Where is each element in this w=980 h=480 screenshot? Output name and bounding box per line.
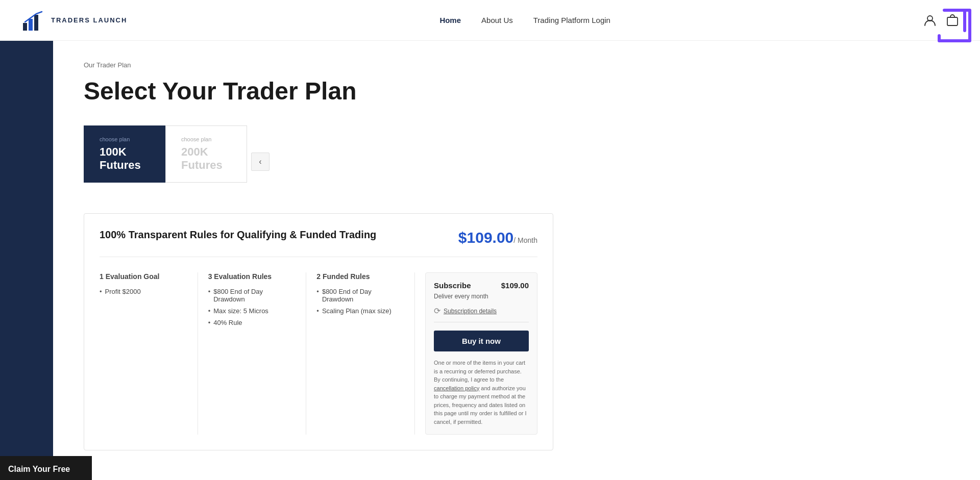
subscription-disclaimer: One or more of the items in your cart is… [434,359,529,426]
evaluation-rules-title: 3 Evaluation Rules [208,272,286,281]
subscription-details-link[interactable]: Subscription details [444,308,497,315]
nav-platform[interactable]: Trading Platform Login [533,16,610,24]
plan-100k-name: 100K Futures [100,145,150,172]
price-period: / Month [513,236,537,244]
evaluation-rules-list: $800 End of Day Drawdown Max size: 5 Mic… [208,288,286,326]
plan-200k[interactable]: choose plan 200K Futures [165,125,247,183]
product-header: 100% Transparent Rules for Qualifying & … [100,229,537,257]
nav-home[interactable]: Home [439,16,461,24]
left-sidebar [0,41,53,480]
subscription-box: Subscribe $109.00 Deliver every month ⟳ … [425,272,537,435]
eval-rule-item-3: 40% Rule [208,319,286,326]
product-panel: 100% Transparent Rules for Qualifying & … [84,213,553,450]
subscription-price: $109.00 [501,281,529,290]
cancellation-policy-link[interactable]: cancellation policy [434,385,479,391]
product-body: 1 Evaluation Goal Profit $2000 3 Evaluat… [100,272,537,435]
buy-button[interactable]: Buy it now [434,331,529,351]
product-price: $109.00/ Month [458,229,537,246]
plan-100k-choose-label: choose plan [100,136,150,142]
evaluation-rules-section: 3 Evaluation Rules $800 End of Day Drawd… [208,272,296,435]
funded-rules-section: 2 Funded Rules $800 End of Day Drawdown … [316,272,404,435]
main-content: Our Trader Plan Select Your Trader Plan … [53,41,980,471]
divider-3 [414,272,415,435]
funded-rules-title: 2 Funded Rules [316,272,394,281]
page-title: Select Your Trader Plan [84,77,949,105]
evaluation-goal-title: 1 Evaluation Goal [100,272,177,281]
evaluation-goal-list: Profit $2000 [100,288,177,295]
plan-200k-choose-label: choose plan [181,136,231,142]
bottom-bar-text: Claim Your Free [8,464,84,475]
main-nav: Home About Us Trading Platform Login [439,16,610,24]
logo-text: TRADERS LAUNCH [51,16,127,24]
plan-prev-button[interactable]: ‹ [251,153,270,171]
subscription-details-icon: ⟳ [434,306,440,316]
nav-about[interactable]: About Us [481,16,513,24]
plan-selector: choose plan 100K Futures choose plan 200… [84,125,247,183]
funded-rule-item-2: Scaling Plan (max size) [316,307,394,315]
corner-brand-icon [934,5,975,46]
subscription-details-row: ⟳ Subscription details [434,306,529,322]
svg-rect-1 [29,19,33,31]
price-amount: $109.00 [458,229,513,246]
svg-rect-0 [23,23,27,31]
divider-2 [306,272,306,435]
logo-icon [20,8,46,33]
header: TRADERS LAUNCH Home About Us Trading Pla… [0,0,980,41]
plan-200k-name: 200K Futures [181,145,231,172]
plan-100k[interactable]: choose plan 100K Futures [84,125,165,183]
funded-rules-list: $800 End of Day Drawdown Scaling Plan (m… [316,288,394,315]
subscription-delivery: Deliver every month [434,293,529,300]
divider-1 [198,272,198,435]
eval-goal-item-1: Profit $2000 [100,288,177,295]
breadcrumb: Our Trader Plan [84,61,949,69]
evaluation-goal-section: 1 Evaluation Goal Profit $2000 [100,272,187,435]
eval-rule-item-2: Max size: 5 Micros [208,307,286,315]
subscription-label: Subscribe [434,281,471,290]
bottom-bar[interactable]: Claim Your Free [0,456,92,480]
subscription-header: Subscribe $109.00 [434,281,529,290]
logo[interactable]: TRADERS LAUNCH [20,8,127,33]
product-title: 100% Transparent Rules for Qualifying & … [100,229,376,241]
eval-rule-item-1: $800 End of Day Drawdown [208,288,286,303]
svg-rect-2 [34,15,38,31]
funded-rule-item-1: $800 End of Day Drawdown [316,288,394,303]
